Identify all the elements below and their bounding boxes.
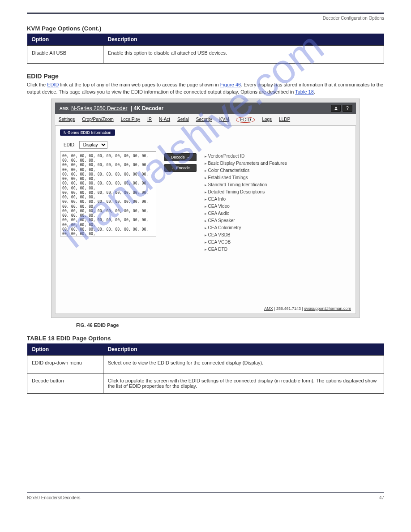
edid-link[interactable]: EDID (47, 82, 59, 87)
tab-security[interactable]: Security (196, 117, 212, 123)
table2-row1-opt: Decode button (27, 373, 103, 393)
footer-phone: 256.461.7143 (276, 306, 301, 311)
help-icon[interactable]: ? (342, 105, 352, 112)
table-row: EDID drop-down menu Select one to view t… (27, 355, 384, 373)
table2-title: TABLE 18 EDID Page Options (27, 335, 384, 342)
tab-settings[interactable]: Settings (59, 117, 75, 123)
edid-options-table: Option Description EDID drop-down menu S… (27, 343, 384, 394)
edid-label: EDID: (64, 142, 76, 147)
user-icon[interactable] (331, 105, 341, 112)
edid-panel: N-Series EDID Information EDID: Display … (55, 126, 356, 314)
edid-screenshot: AMX N-Series 2050 Decoder | 4K Decoder ?… (51, 99, 360, 318)
tree-item[interactable]: Established Timings (205, 175, 287, 180)
edid-section-label: N-Series EDID Information (60, 129, 115, 136)
encode-button[interactable]: ← Encode (164, 164, 197, 172)
tree-item[interactable]: Detailed Timing Descriptions (205, 189, 287, 194)
table1-col1: Option (27, 34, 103, 46)
device-subtitle: | 4K Decoder (129, 105, 163, 112)
tree-item[interactable]: Color Characteristics (205, 168, 287, 173)
table1-head: Option Description (27, 34, 384, 46)
table1-row0-opt: Disable All USB (27, 46, 103, 64)
table-link[interactable]: Table 18 (295, 89, 314, 94)
tab-ir[interactable]: IR (147, 117, 152, 123)
tree-item[interactable]: CEA Speaker (205, 218, 287, 223)
tree-item[interactable]: Basic Display Parameters and Features (205, 161, 287, 166)
table2-col2: Description (103, 343, 384, 356)
top-rule (27, 13, 384, 14)
table2-row1-desc: Click to populate the screen with the ED… (103, 373, 384, 393)
app-titlebar: AMX N-Series 2050 Decoder | 4K Decoder ? (55, 103, 356, 114)
table-row: Decode button Click to populate the scre… (27, 373, 384, 393)
figure-link[interactable]: Figure 46 (220, 82, 241, 87)
tree-item[interactable]: CEA VCDB (205, 240, 287, 245)
table-row: Disable All USB Enable this option to di… (27, 46, 384, 64)
figure-caption: FIG. 46 EDID Page (76, 322, 384, 328)
footer-amx-link[interactable]: AMX (264, 306, 273, 311)
edid-description: Click the EDID link at the top of any of… (27, 82, 384, 96)
tree-item[interactable]: CEA VSDB (205, 232, 287, 237)
svg-point-0 (335, 107, 337, 108)
page-footer: N2x50 Encoders/Decoders 47 (27, 492, 384, 500)
running-header: Decoder Configuration Options (27, 16, 384, 21)
mid-buttons: Decode → ← Encode (164, 153, 197, 254)
footer-right: 47 (379, 495, 384, 500)
table1-col2: Description (103, 34, 384, 46)
table1-title: KVM Page Options (Cont.) (27, 25, 384, 32)
tree-item[interactable]: CEA Colorimetry (205, 225, 287, 230)
edid-heading: EDID Page (27, 73, 384, 80)
edid-tree: Vendor/Product ID Basic Display Paramete… (205, 151, 287, 254)
table2-col1: Option (27, 343, 103, 356)
edid-columns: 00, 00, 00, 00, 00, 00, 00, 00, 00, 00, … (60, 151, 351, 254)
table2-row0-desc: Select one to view the EDID setting for … (103, 355, 384, 373)
tab-localplay[interactable]: LocalPlay (121, 117, 140, 123)
shot-footer: AMX | 256.461.7143 | svsisupport@harman.… (264, 306, 351, 311)
edid-hex-box[interactable]: 00, 00, 00, 00, 00, 00, 00, 00, 00, 00, … (60, 151, 156, 236)
tree-item[interactable]: CEA DTD (205, 247, 287, 252)
table1-row0-desc: Enable this option to disable all attach… (103, 46, 384, 64)
tree-item[interactable]: CEA Video (205, 204, 287, 209)
table2-head: Option Description (27, 343, 384, 356)
tree-item[interactable]: Vendor/Product ID (205, 154, 287, 159)
tree-item[interactable]: CEA Info (205, 197, 287, 202)
desc-pre: Click the (27, 82, 47, 87)
tab-lldp[interactable]: LLDP (279, 117, 290, 123)
kvm-options-table: Option Description Disable All USB Enabl… (27, 34, 384, 64)
edid-select-row: EDID: Display (64, 141, 351, 149)
brand-logo: AMX (60, 106, 68, 111)
tab-nact[interactable]: N-Act (159, 117, 170, 123)
footer-email-link[interactable]: svsisupport@harman.com (304, 306, 351, 311)
tree-item[interactable]: CEA Audio (205, 211, 287, 216)
tab-logs[interactable]: Logs (262, 117, 272, 123)
footer-left: N2x50 Encoders/Decoders (27, 495, 81, 500)
device-subtitle-text: 4K Decoder (133, 105, 163, 112)
decode-button[interactable]: Decode → (164, 153, 197, 161)
tab-edid[interactable]: EDID (236, 117, 255, 123)
tree-item[interactable]: Standard Timing Identification (205, 182, 287, 187)
table2-row0-opt: EDID drop-down menu (27, 355, 103, 373)
nav-tabs: Settings Crop/Pan/Zoom LocalPlay IR N-Ac… (55, 114, 356, 126)
titlebar-buttons: ? (331, 105, 352, 112)
device-title-link[interactable]: N-Series 2050 Decoder (71, 105, 127, 112)
tab-croppanzoom[interactable]: Crop/Pan/Zoom (82, 117, 114, 123)
tab-kvm[interactable]: KVM (219, 117, 229, 123)
tab-serial[interactable]: Serial (177, 117, 189, 123)
edid-select[interactable]: Display (79, 141, 107, 149)
desc-mid: link at the top of any of the main web p… (59, 82, 220, 87)
